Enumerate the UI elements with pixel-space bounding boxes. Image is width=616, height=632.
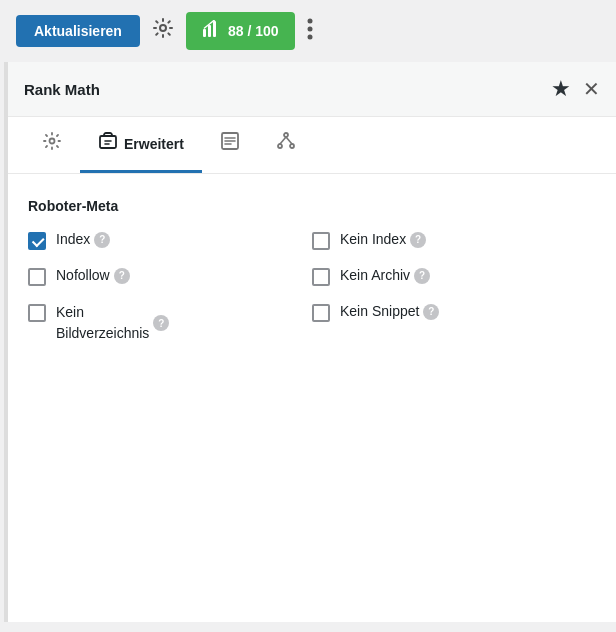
- tab-settings[interactable]: [24, 117, 80, 173]
- rank-math-panel: Rank Math ★ ✕ Erweitert: [4, 62, 616, 622]
- panel-content: Roboter-Meta Index ? Kein Index ?: [8, 174, 616, 368]
- star-icon[interactable]: ★: [551, 76, 571, 102]
- kein-bildverzeichnis-label-text: KeinBildverzeichnis: [56, 302, 149, 344]
- svg-point-10: [284, 133, 288, 137]
- svg-point-4: [307, 19, 312, 24]
- gear-icon: [152, 17, 174, 45]
- checkbox-row-kein-bildverzeichnis: KeinBildverzeichnis ?: [28, 302, 312, 344]
- kein-archiv-label-text: Kein Archiv: [340, 266, 410, 286]
- svg-rect-1: [203, 29, 206, 37]
- score-button[interactable]: 88 / 100: [186, 12, 295, 50]
- score-label: 88 / 100: [228, 23, 279, 39]
- index-checkbox-wrap: [28, 232, 46, 250]
- settings-gear-button[interactable]: [152, 17, 174, 45]
- svg-point-12: [290, 144, 294, 148]
- kein-bildverzeichnis-checkbox-wrap: [28, 304, 46, 322]
- nofollow-checkbox-wrap: [28, 268, 46, 286]
- kein-snippet-label-text: Kein Snippet: [340, 302, 419, 322]
- nofollow-help-icon[interactable]: ?: [114, 268, 130, 284]
- kein-archiv-checkbox-wrap: [312, 268, 330, 286]
- nofollow-checkbox[interactable]: [28, 268, 46, 286]
- svg-rect-8: [100, 136, 116, 148]
- kein-archiv-label: Kein Archiv ?: [340, 266, 430, 286]
- section-title: Roboter-Meta: [28, 198, 596, 214]
- kein-bildverzeichnis-label: KeinBildverzeichnis ?: [56, 302, 169, 344]
- kein-snippet-label: Kein Snippet ?: [340, 302, 439, 322]
- svg-rect-2: [208, 25, 211, 37]
- panel-title: Rank Math: [24, 81, 100, 98]
- kein-snippet-checkbox[interactable]: [312, 304, 330, 322]
- kein-bildverzeichnis-checkbox[interactable]: [28, 304, 46, 322]
- svg-rect-3: [213, 21, 216, 37]
- checkbox-row-kein-archiv: Kein Archiv ?: [312, 266, 596, 286]
- snippet-tab-icon: [220, 131, 240, 156]
- settings-tab-icon: [42, 131, 62, 156]
- svg-line-14: [286, 137, 292, 144]
- aktualisieren-button[interactable]: Aktualisieren: [16, 15, 140, 47]
- close-icon[interactable]: ✕: [583, 77, 600, 101]
- kein-index-label: Kein Index ?: [340, 230, 426, 250]
- checkbox-row-index: Index ?: [28, 230, 312, 250]
- svg-point-6: [307, 35, 312, 40]
- checkbox-row-kein-snippet: Kein Snippet ?: [312, 302, 596, 344]
- kein-index-checkbox[interactable]: [312, 232, 330, 250]
- svg-point-5: [307, 27, 312, 32]
- kein-index-checkbox-wrap: [312, 232, 330, 250]
- svg-point-0: [160, 25, 166, 31]
- checkbox-grid: Index ? Kein Index ? Nofollow: [28, 230, 596, 344]
- score-chart-icon: [202, 20, 220, 42]
- tabs-bar: Erweitert: [8, 117, 616, 174]
- kein-bildverzeichnis-help-icon[interactable]: ?: [153, 315, 169, 331]
- schema-tab-icon: [276, 131, 296, 156]
- panel-header-icons: ★ ✕: [551, 76, 600, 102]
- index-help-icon[interactable]: ?: [94, 232, 110, 248]
- svg-point-7: [50, 139, 55, 144]
- nofollow-label: Nofollow ?: [56, 266, 130, 286]
- svg-point-11: [278, 144, 282, 148]
- more-options-button[interactable]: [307, 17, 313, 45]
- tab-schema[interactable]: [258, 117, 314, 173]
- svg-line-13: [280, 137, 286, 144]
- erweitert-tab-icon: [98, 131, 118, 156]
- toolbar: Aktualisieren 88 / 100: [0, 0, 616, 62]
- index-label-text: Index: [56, 230, 90, 250]
- checkbox-row-nofollow: Nofollow ?: [28, 266, 312, 286]
- index-label: Index ?: [56, 230, 110, 250]
- tab-snippet[interactable]: [202, 117, 258, 173]
- panel-header: Rank Math ★ ✕: [8, 62, 616, 117]
- kein-archiv-help-icon[interactable]: ?: [414, 268, 430, 284]
- nofollow-label-text: Nofollow: [56, 266, 110, 286]
- kein-index-label-text: Kein Index: [340, 230, 406, 250]
- checkbox-row-kein-index: Kein Index ?: [312, 230, 596, 250]
- kein-archiv-checkbox[interactable]: [312, 268, 330, 286]
- tab-erweitert-label: Erweitert: [124, 136, 184, 152]
- kein-snippet-checkbox-wrap: [312, 304, 330, 322]
- tab-erweitert[interactable]: Erweitert: [80, 117, 202, 173]
- index-checkbox[interactable]: [28, 232, 46, 250]
- kein-index-help-icon[interactable]: ?: [410, 232, 426, 248]
- kein-snippet-help-icon[interactable]: ?: [423, 304, 439, 320]
